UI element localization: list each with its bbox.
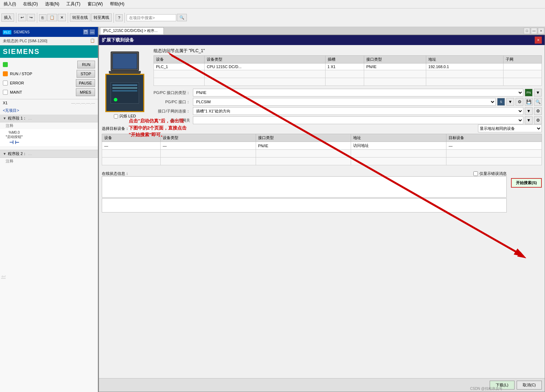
plc-device-icon	[105, 74, 144, 112]
target-header: 选择目标设备： 显示地址相同的设备	[102, 125, 542, 132]
toolbar-insert-btn[interactable]: 插入	[1, 13, 14, 22]
col-slot: 插槽	[325, 56, 364, 64]
row1-slot: 1 X1	[325, 64, 364, 70]
right-panel-icons: □ — ×	[523, 27, 545, 35]
status-info-row: 在线状态信息： 仅显示错误消息	[102, 171, 507, 176]
toolbar-undo-btn[interactable]: ↩	[18, 14, 26, 21]
search-icon-2[interactable]: 🔍	[534, 98, 542, 106]
device-config-table: 设备 设备类型 插槽 接口类型 地址 子网 PLC_1	[154, 55, 542, 86]
dropdown-btn-4[interactable]: ▼	[525, 116, 533, 124]
row1-subnet	[504, 64, 542, 70]
save-icon[interactable]: 💾	[525, 98, 533, 106]
menu-tools[interactable]: 工具(T)	[64, 0, 82, 8]
go-offline-btn[interactable]: 转至离线	[91, 13, 112, 22]
sep2	[37, 13, 37, 23]
menu-bar: 插入(I) 在线(O) 选项(N) 工具(T) 窗口(W) 帮助(H)	[0, 0, 545, 9]
toolbar-help-btn[interactable]: ?	[116, 14, 123, 21]
pause-button[interactable]: PAUSE	[76, 79, 95, 87]
toolbar-delete-btn[interactable]: ✕	[58, 14, 66, 21]
gear-icon[interactable]: ⚙	[534, 107, 542, 115]
sep1	[16, 13, 16, 23]
program-section-2-header[interactable]: ▼ 程序段 2： ....	[0, 150, 98, 158]
config-section: 组态访问节点属于 "PLC_1" 设备 设备类型 插槽 接口类型 地址	[154, 48, 542, 119]
pc-interface-select[interactable]: PLCSIM	[193, 98, 496, 106]
program2-comment: 注释	[0, 158, 98, 165]
dialog-body: 闪烁 LED 组态访问节点属于 "PLC_1" 设备	[99, 45, 545, 378]
siemens-label: SIEMENS	[13, 30, 29, 34]
t2-row1-interface: PN/IE	[256, 142, 351, 150]
panel-close-btn[interactable]: ×	[538, 28, 544, 34]
project-search-input[interactable]	[127, 14, 176, 21]
plcsim-icon[interactable]: S	[497, 98, 505, 106]
row1-device-type: CPU 1215C DC/D...	[205, 64, 325, 70]
dialog-title: 扩展下载到设备	[102, 37, 134, 43]
menu-insert[interactable]: 插入(I)	[1, 0, 18, 8]
flash-led-checkbox[interactable]	[114, 114, 118, 118]
cancel-btn[interactable]: 取消(C)	[517, 381, 542, 390]
only-errors-checkbox[interactable]	[473, 171, 478, 176]
gear-icon-2[interactable]: ⚙	[534, 116, 542, 124]
project-link[interactable]: <无项目>	[0, 106, 98, 115]
t2-col-target: 目标设备	[446, 134, 542, 142]
plc-restore-btn[interactable]: 🗖	[83, 29, 89, 35]
t2-col-type: 设备类型	[161, 134, 256, 142]
start-search-btn[interactable]: 开始搜索(S)	[511, 178, 542, 188]
dropdown-btn-3[interactable]: ▼	[525, 107, 533, 115]
go-online-btn[interactable]: 转至在线	[70, 13, 90, 22]
laptop-base	[109, 71, 141, 74]
pc-interface-type-row: PN/IE PN ▼	[193, 89, 542, 96]
panel-icon-1[interactable]: □	[524, 28, 530, 34]
first-gateway-select[interactable]	[193, 116, 523, 124]
plc-min-btn[interactable]: —	[89, 29, 95, 35]
target-device-table: 设备 设备类型 接口类型 地址 目标设备 — — PN/IE	[102, 134, 542, 165]
plc-name-label: 未组态的 PLC [SIM-1200]	[3, 39, 47, 43]
empty-row-1	[154, 70, 542, 78]
stop-button[interactable]: STOP	[77, 70, 95, 78]
error-label: ERROR	[10, 81, 24, 85]
x1-row: X1 —.—.—.—.—	[0, 99, 98, 106]
dialog-titlebar: 扩展下载到设备 ×	[99, 35, 545, 45]
run-button[interactable]: RUN	[77, 61, 95, 68]
pn-ie-icon[interactable]: PN	[525, 89, 533, 96]
status-text-area	[102, 176, 507, 198]
pc-interface-type-select[interactable]: PN/IE	[193, 89, 523, 96]
plc-info-icon[interactable]: 📋	[90, 38, 95, 43]
maint-dot	[3, 90, 8, 95]
status-info-label: 在线状态信息：	[102, 171, 129, 176]
menu-online[interactable]: 在线(O)	[21, 0, 40, 8]
tab-plc-program[interactable]: [PLC_1215C DC/D/C/Dc] > 程序块 > M... [OB1]	[100, 27, 164, 34]
toolbar-copy-btn[interactable]: ⎘	[39, 14, 46, 21]
top-toolbar: 插入 ↩ ↪ ⎘ 📋 ✕ 转至在线 转至离线 ? 🔍	[0, 9, 545, 27]
only-errors-row: 仅显示错误消息	[473, 171, 507, 176]
toolbar-redo-btn[interactable]: ↪	[27, 14, 35, 21]
run-stop-dot	[3, 71, 8, 76]
toolbar-paste-btn[interactable]: 📋	[47, 14, 57, 21]
contact-symbol-1: ⊣ ⊢	[9, 139, 19, 145]
dropdown-btn-2[interactable]: ▼	[506, 98, 514, 106]
pc-interface-row: PLCSIM S ▼ ⚙ 💾 🔍	[193, 98, 542, 106]
col-address: 地址	[426, 56, 504, 64]
plc-device-led	[114, 98, 117, 101]
target-table-row[interactable]: — — PN/IE 访问地址 —	[102, 142, 542, 150]
settings-icon[interactable]: ⚙	[516, 98, 523, 106]
mres-button[interactable]: MRES	[76, 88, 95, 96]
left-margin-label: It	[0, 275, 7, 279]
dialog-close-btn[interactable]: ×	[535, 37, 542, 44]
toolbar-search-btn[interactable]: 🔍	[177, 14, 187, 21]
show-same-address-select[interactable]: 显示地址相同的设备	[478, 125, 542, 132]
left-panel: PLC SIEMENS 🗖 — 未组态的 PLC [SIM-1200] 📋 SI…	[0, 27, 99, 392]
menu-options[interactable]: 选项(N)	[43, 0, 62, 8]
t2-empty-2	[102, 158, 542, 165]
laptop-icon	[104, 51, 146, 74]
program-section-1-header[interactable]: ▼ 程序段 1： ....	[0, 115, 98, 122]
table-row[interactable]: PLC_1 CPU 1215C DC/D... 1 X1 PN/IE 192.1…	[154, 64, 542, 70]
mem-addr: %M0.0	[9, 131, 20, 134]
menu-window[interactable]: 窗口(W)	[85, 0, 105, 8]
maint-label: MAINT	[10, 90, 22, 94]
dropdown-btn-1[interactable]: ▼	[534, 89, 542, 96]
subnet-connect-select[interactable]: 插槽"1 X1"处的方向	[193, 107, 523, 115]
error-status: ERROR	[3, 81, 24, 85]
menu-help[interactable]: 帮助(H)	[108, 0, 127, 8]
panel-icon-2[interactable]: —	[531, 28, 537, 34]
laptop-screen	[112, 53, 137, 69]
